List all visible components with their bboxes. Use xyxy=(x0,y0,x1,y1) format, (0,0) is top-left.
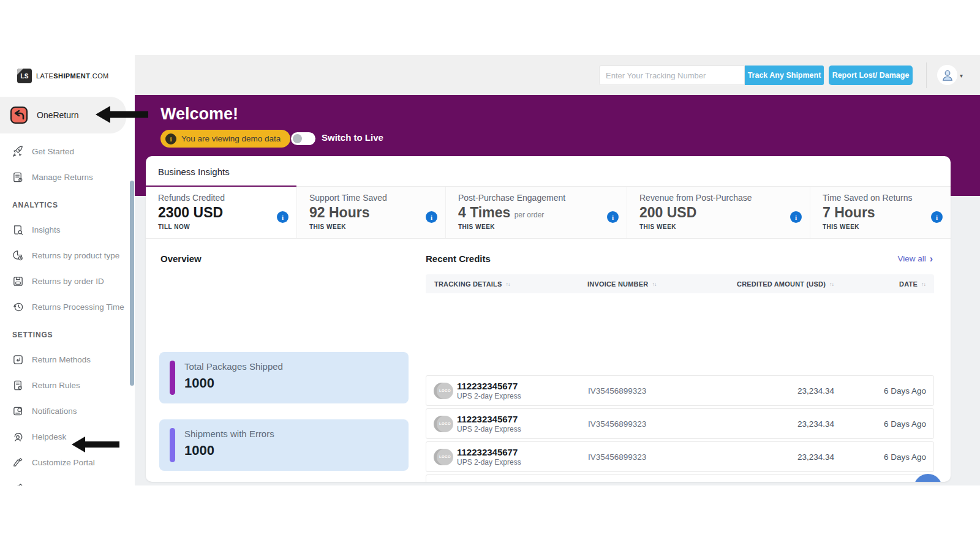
toggle-knob xyxy=(293,134,302,143)
stat-label: Post-Purchase Engagement xyxy=(458,193,627,203)
stat-time-saved-on-returns[interactable]: Time Saved on Returns 7 Hours THIS WEEK … xyxy=(810,187,951,238)
person-icon xyxy=(941,69,954,82)
sidebar-item-returns-processing-time[interactable]: Returns Processing Time xyxy=(0,294,135,320)
info-icon: i xyxy=(165,133,176,144)
table-row[interactable]: LOGO112232345677UPS 2-day Express IV3545… xyxy=(426,441,934,472)
stats-row: Refunds Credited 2300 USD TILL NOW i Sup… xyxy=(146,187,951,239)
page: Welcome! i You are viewing demo data Swi… xyxy=(0,0,980,551)
col-date: DATE↑↓ xyxy=(842,280,934,288)
credit-date: 6 Days Ago xyxy=(843,419,935,429)
headset-icon xyxy=(12,431,24,443)
credited-amount: 23,234.34 xyxy=(720,452,843,462)
demo-badge-label: You are viewing demo data xyxy=(181,134,281,143)
credited-amount: 23,234.34 xyxy=(720,386,843,395)
stat-period: TILL NOW xyxy=(158,223,296,230)
service-name: UPS 2-day Express xyxy=(457,392,521,401)
sidebar-item-customize-portal-2[interactable]: Customize Portal xyxy=(0,475,135,485)
card-content: Overview Total Packages Shipped 1000 Shi… xyxy=(146,239,951,481)
lateshipment-logo[interactable]: LS LATESHIPMENT.COM xyxy=(17,69,109,83)
sort-icon[interactable]: ↑↓ xyxy=(829,281,834,287)
customize-pen-icon xyxy=(12,482,24,486)
stat-value: 2300 USD xyxy=(158,204,296,221)
sidebar-item-manage-returns[interactable]: Manage Returns xyxy=(0,164,135,190)
stat-label: Refunds Credited xyxy=(158,193,296,203)
stat-label: Revenue from Post-Purchase xyxy=(639,193,810,203)
credit-date: 6 Days Ago xyxy=(843,452,935,462)
sidebar-item-label: Returns by order ID xyxy=(32,277,104,286)
tab-business-insights[interactable]: Business Insights xyxy=(146,156,296,187)
table-row[interactable]: LOGO112232345677UPS 2-day Express IV3545… xyxy=(426,408,934,439)
clock-rotate-icon xyxy=(12,301,24,313)
sidebar-item-label: Insights xyxy=(32,225,61,234)
info-icon[interactable]: i xyxy=(607,211,619,223)
track-any-shipment-button[interactable]: Track Any Shipment xyxy=(745,66,824,85)
sidebar-item-return-rules[interactable]: Return Rules xyxy=(0,372,135,398)
overview-title: Overview xyxy=(160,253,202,264)
stat-label: Time Saved on Returns xyxy=(823,193,951,203)
rocket-icon xyxy=(12,146,24,157)
sort-icon[interactable]: ↑↓ xyxy=(921,281,925,287)
stat-support-time-saved[interactable]: Support Time Saved 92 Hours THIS WEEK i xyxy=(296,187,445,238)
overview-card-shipments-errors: Shipments with Errors 1000 xyxy=(159,419,409,471)
overview-card-bar xyxy=(170,361,175,395)
sidebar-item-label: OneReturn xyxy=(37,110,78,120)
sidebar-item-label: Get Started xyxy=(32,147,74,156)
info-icon[interactable]: i xyxy=(277,211,288,223)
report-lost-damage-button[interactable]: Report Lost/ Damage xyxy=(829,66,913,85)
sidebar-item-onereturn[interactable]: OneReturn xyxy=(0,97,126,133)
invoice-number: IV35456899323 xyxy=(579,386,720,395)
doc-rule-icon xyxy=(12,380,24,391)
service-name: UPS 2-day Express xyxy=(457,458,521,467)
col-tracking-details: TRACKING DETAILS↑↓ xyxy=(426,280,579,288)
sidebar-item-get-started[interactable]: Get Started xyxy=(0,138,135,164)
switch-to-live-toggle[interactable] xyxy=(291,132,315,145)
stat-value: 200 USD xyxy=(639,204,810,221)
sidebar-item-helpdesk[interactable]: Helpdesk xyxy=(0,424,135,449)
sort-icon[interactable]: ↑↓ xyxy=(506,281,510,287)
sidebar-item-label: Notifications xyxy=(32,407,77,416)
stat-suffix: per order xyxy=(514,211,545,219)
stat-post-purchase-engagement[interactable]: Post-Purchase Engagement 4 Times per ord… xyxy=(445,187,627,238)
sidebar-scrollbar[interactable] xyxy=(130,181,134,386)
user-avatar[interactable] xyxy=(937,65,957,85)
table-row[interactable]: LOGO112232345677UPS 2-day Express IV3545… xyxy=(426,474,934,482)
table-row[interactable]: LOGO112232345677UPS 2-day Express IV3545… xyxy=(426,375,934,406)
switch-to-live-label: Switch to Live xyxy=(322,132,383,143)
tracking-number: 112232345677 xyxy=(457,414,521,425)
stat-revenue-from-post-purchase[interactable]: Revenue from Post-Purchase 200 USD THIS … xyxy=(627,187,810,238)
box-return-icon xyxy=(12,354,24,365)
info-icon[interactable]: i xyxy=(931,211,943,223)
info-icon[interactable]: i xyxy=(426,211,437,223)
sidebar-section-settings: SETTINGS xyxy=(0,320,135,347)
invoice-number: IV35456899323 xyxy=(579,452,720,462)
sidebar-item-label: Return Rules xyxy=(32,381,80,390)
info-icon[interactable]: i xyxy=(790,211,802,223)
sidebar-item-insights[interactable]: Insights xyxy=(0,217,135,242)
recent-credits-title: Recent Credits xyxy=(426,253,491,264)
tracking-number-input[interactable] xyxy=(599,66,745,85)
welcome-title: Welcome! xyxy=(160,105,238,124)
carrier-logo: LOGO xyxy=(434,482,450,482)
stat-refunds-credited[interactable]: Refunds Credited 2300 USD TILL NOW i xyxy=(146,187,296,238)
pie-clock-icon xyxy=(12,250,24,261)
sidebar-item-returns-by-order-id[interactable]: Returns by order ID xyxy=(0,268,135,294)
sidebar-item-customize-portal[interactable]: Customize Portal xyxy=(0,449,135,475)
sidebar-item-label: Return Methods xyxy=(32,355,91,364)
sidebar-section-analytics: ANALYTICS xyxy=(0,190,135,217)
table-header: TRACKING DETAILS↑↓ INVOICE NUMBER↑↓ CRED… xyxy=(426,274,934,293)
sidebar-item-return-methods[interactable]: Return Methods xyxy=(0,347,135,372)
overview-card-bar xyxy=(170,428,175,462)
sort-icon[interactable]: ↑↓ xyxy=(652,281,656,287)
sidebar-nav: Get Started Manage Returns ANALYTICS Ins… xyxy=(0,138,135,485)
sidebar-item-returns-by-product-type[interactable]: Returns by product type xyxy=(0,242,135,268)
customize-pen-icon xyxy=(12,457,24,468)
overview-card-label: Total Packages Shipped xyxy=(184,361,283,372)
stat-label: Support Time Saved xyxy=(309,193,445,203)
view-all-link[interactable]: View all› xyxy=(897,254,933,263)
avatar-dropdown-caret[interactable]: ▾ xyxy=(960,72,963,79)
lateshipment-logo-icon: LS xyxy=(17,69,32,83)
sidebar-item-label: Manage Returns xyxy=(32,173,93,182)
overview-card-label: Shipments with Errors xyxy=(184,429,274,439)
sidebar-item-notifications[interactable]: Notifications xyxy=(0,398,135,424)
invoice-number: IV35456899323 xyxy=(579,419,720,429)
